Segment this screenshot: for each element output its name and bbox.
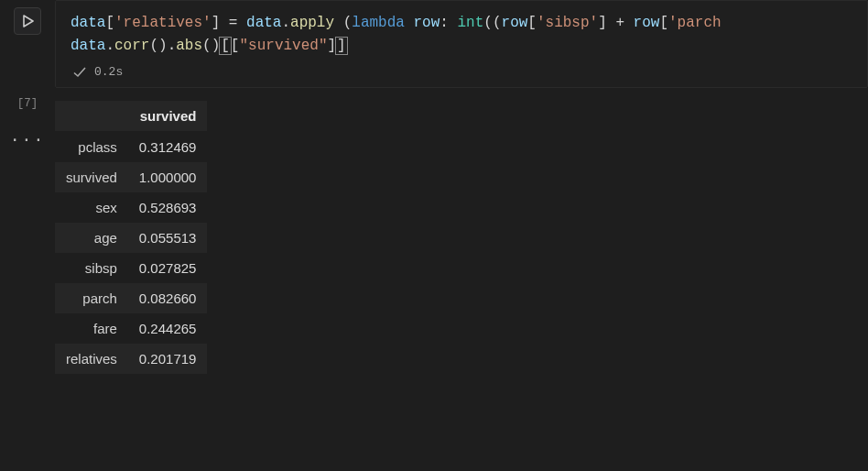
execution-count: [7] <box>17 97 38 110</box>
row-label: pclass <box>55 131 128 162</box>
svg-marker-0 <box>24 16 33 27</box>
row-label: parch <box>55 283 128 313</box>
run-cell-button[interactable] <box>14 7 41 35</box>
table-row: fare0.244265 <box>55 313 207 344</box>
cell-gutter: [7] ··· <box>0 0 55 149</box>
row-label: fare <box>55 313 128 344</box>
cell-more-actions[interactable]: ··· <box>10 130 46 149</box>
table-row: parch0.082660 <box>55 283 207 313</box>
table-header-row: survived <box>55 101 207 132</box>
code-editor[interactable]: data['relatives'] = data.apply (lambda r… <box>55 0 868 88</box>
row-value: 0.312469 <box>128 131 208 162</box>
row-value: 0.201719 <box>128 344 208 374</box>
row-label: sibsp <box>55 253 128 283</box>
status-time: 0.2s <box>94 63 123 82</box>
row-value: 1.000000 <box>128 162 208 192</box>
cursor-on-bracket: [ <box>220 38 231 54</box>
row-label: sex <box>55 192 128 223</box>
code-token: "survived" <box>239 38 327 54</box>
cursor-on-bracket: ] <box>336 38 347 54</box>
code-token: 'parch <box>668 15 722 31</box>
check-icon <box>72 65 87 80</box>
code-token: abs <box>176 38 202 54</box>
cell-output: survived pclass0.312469 survived1.000000… <box>55 101 868 374</box>
code-token: corr <box>114 38 149 54</box>
table-row: relatives0.201719 <box>55 344 207 374</box>
table-row: survived1.000000 <box>55 162 207 192</box>
row-value: 0.082660 <box>128 283 208 313</box>
code-token: 'sibsp' <box>537 15 598 31</box>
code-token: lambda <box>352 15 405 31</box>
table-row: sex0.528693 <box>55 192 207 223</box>
code-token: 'relatives' <box>114 15 212 31</box>
cell-body: data['relatives'] = data.apply (lambda r… <box>55 0 868 374</box>
column-header: survived <box>128 101 208 132</box>
table-row: sibsp0.027825 <box>55 253 207 283</box>
code-token: row <box>414 15 440 31</box>
row-label: relatives <box>55 344 128 374</box>
row-value: 0.244265 <box>128 313 208 344</box>
cell-status: 0.2s <box>71 63 852 82</box>
code-token: int <box>458 15 484 31</box>
row-value: 0.055513 <box>128 223 208 253</box>
code-token: data <box>71 15 105 31</box>
dataframe-table: survived pclass0.312469 survived1.000000… <box>55 101 207 374</box>
row-label: age <box>55 223 128 253</box>
code-token: data <box>71 38 105 54</box>
index-header <box>55 101 128 132</box>
code-token: apply <box>290 15 334 31</box>
notebook-cell: [7] ··· data['relatives'] = data.apply (… <box>0 0 868 374</box>
row-value: 0.027825 <box>128 253 208 283</box>
play-icon <box>21 15 34 27</box>
table-row: age0.055513 <box>55 223 207 253</box>
row-label: survived <box>55 162 128 192</box>
table-row: pclass0.312469 <box>55 131 207 162</box>
row-value: 0.528693 <box>128 192 208 223</box>
code-token: data <box>246 15 281 31</box>
